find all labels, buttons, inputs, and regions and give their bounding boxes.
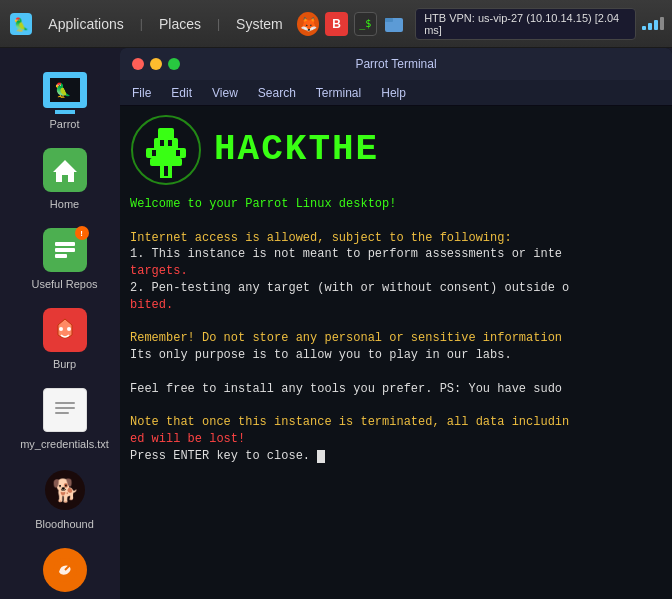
- bloodhound-label: Bloodhound: [35, 518, 94, 530]
- svg-rect-3: [385, 18, 393, 22]
- dock-item-parrot[interactable]: 🦜 Parrot: [10, 58, 120, 136]
- svg-rect-9: [55, 254, 67, 258]
- svg-rect-33: [168, 140, 172, 146]
- home-label: Home: [50, 198, 79, 210]
- menu-edit[interactable]: Edit: [167, 84, 196, 102]
- app-dock: 🦜 Parrot Home: [0, 48, 130, 599]
- dock-item-repos[interactable]: ! Useful Repos: [10, 218, 120, 296]
- vpn-badge: HTB VPN: us-vip-27 (10.10.14.15) [2.04 m…: [415, 8, 636, 40]
- dock-item-burp[interactable]: Burp: [10, 298, 120, 376]
- places-label: Places: [159, 16, 201, 32]
- applications-label: Applications: [48, 16, 124, 32]
- svg-rect-30: [152, 150, 156, 156]
- terminal-window: Parrot Terminal File Edit View Search Te…: [120, 48, 672, 599]
- postman-icon: [39, 544, 91, 596]
- svg-point-11: [67, 327, 71, 331]
- terminal-taskbar-icon[interactable]: _$: [354, 12, 377, 36]
- term-line-7: Its only purpose is to allow you to play…: [130, 347, 662, 364]
- bloodhound-icon: 🐕: [39, 464, 91, 516]
- term-line-3: targets.: [130, 263, 662, 280]
- svg-rect-7: [55, 242, 75, 246]
- term-line-8: Feel free to install any tools you prefe…: [130, 381, 662, 398]
- cursor: [317, 450, 325, 463]
- window-maximize-button[interactable]: [168, 58, 180, 70]
- parrot-icon: 🦜: [39, 64, 91, 116]
- parrot-label: Parrot: [50, 118, 80, 130]
- menu-view[interactable]: View: [208, 84, 242, 102]
- desktop: 🦜 Parrot Home: [0, 48, 672, 599]
- svg-rect-14: [55, 407, 75, 409]
- repos-badge: !: [75, 226, 89, 240]
- htb-icon-svg: [130, 114, 202, 186]
- repos-label: Useful Repos: [31, 278, 97, 290]
- svg-rect-32: [160, 140, 164, 146]
- burp-icon: [39, 304, 91, 356]
- svg-point-10: [59, 327, 63, 331]
- signal-icon: [642, 17, 664, 30]
- menu-terminal[interactable]: Terminal: [312, 84, 365, 102]
- window-minimize-button[interactable]: [150, 58, 162, 70]
- svg-marker-6: [53, 160, 77, 182]
- burp-taskbar-icon[interactable]: B: [325, 12, 348, 36]
- term-line-2: 1. This instance is not meant to perform…: [130, 246, 662, 263]
- creds-icon: [39, 384, 91, 436]
- dock-item-creds[interactable]: my_credentials.txt: [10, 378, 120, 456]
- dock-item-bloodhound[interactable]: 🐕 Bloodhound: [10, 458, 120, 536]
- taskbar-right: [642, 17, 664, 30]
- places-menu[interactable]: Places: [151, 12, 209, 36]
- menu-search[interactable]: Search: [254, 84, 300, 102]
- menu-help[interactable]: Help: [377, 84, 410, 102]
- htb-text: HACKTHE: [214, 132, 379, 168]
- terminal-title: Parrot Terminal: [355, 57, 436, 71]
- svg-rect-29: [164, 166, 168, 176]
- taskbar: 🦜 Applications | Places | System 🦊 B _$ …: [0, 0, 672, 48]
- firefox-icon[interactable]: 🦊: [297, 12, 320, 36]
- svg-rect-15: [55, 412, 69, 414]
- dock-item-home[interactable]: Home: [10, 138, 120, 216]
- system-menu[interactable]: System: [228, 12, 291, 36]
- repos-icon: !: [39, 224, 91, 276]
- burp-label: Burp: [53, 358, 76, 370]
- terminal-titlebar: Parrot Terminal: [120, 48, 672, 80]
- terminal-body[interactable]: HACKTHE Welcome to your Parrot Linux des…: [120, 106, 672, 599]
- term-line-1: Internet access is allowed, subject to t…: [130, 230, 662, 247]
- welcome-line: Welcome to your Parrot Linux desktop!: [130, 196, 662, 213]
- terminal-menubar: File Edit View Search Terminal Help: [120, 80, 672, 106]
- term-spacer-4: [130, 398, 662, 415]
- term-line-9: Note that once this instance is terminat…: [130, 414, 662, 431]
- dock-item-postman[interactable]: Postman: [10, 538, 120, 599]
- svg-text:🦜: 🦜: [54, 82, 72, 99]
- svg-rect-25: [150, 158, 182, 166]
- svg-text:🦜: 🦜: [13, 16, 30, 33]
- term-line-4: 2. Pen-testing any target (with or witho…: [130, 280, 662, 297]
- term-line-5: bited.: [130, 297, 662, 314]
- window-close-button[interactable]: [132, 58, 144, 70]
- creds-label: my_credentials.txt: [20, 438, 109, 450]
- svg-rect-31: [176, 150, 180, 156]
- svg-rect-12: [51, 394, 79, 426]
- term-line-10: ed will be lost!: [130, 431, 662, 448]
- svg-text:🐕: 🐕: [51, 477, 79, 504]
- htb-logo: HACKTHE: [130, 114, 662, 186]
- home-icon: [39, 144, 91, 196]
- applications-menu[interactable]: Applications: [40, 12, 132, 36]
- term-spacer-2: [130, 314, 662, 331]
- menu-file[interactable]: File: [128, 84, 155, 102]
- term-line-6: Remember! Do not store any personal or s…: [130, 330, 662, 347]
- term-spacer-1: [130, 213, 662, 230]
- svg-rect-13: [55, 402, 75, 404]
- svg-rect-28: [158, 128, 174, 140]
- svg-rect-8: [55, 248, 75, 252]
- parrot-menu-icon[interactable]: 🦜: [8, 10, 34, 38]
- term-line-11: Press ENTER key to close.: [130, 448, 662, 465]
- term-spacer-3: [130, 364, 662, 381]
- files-taskbar-icon[interactable]: [383, 12, 406, 36]
- system-label: System: [236, 16, 283, 32]
